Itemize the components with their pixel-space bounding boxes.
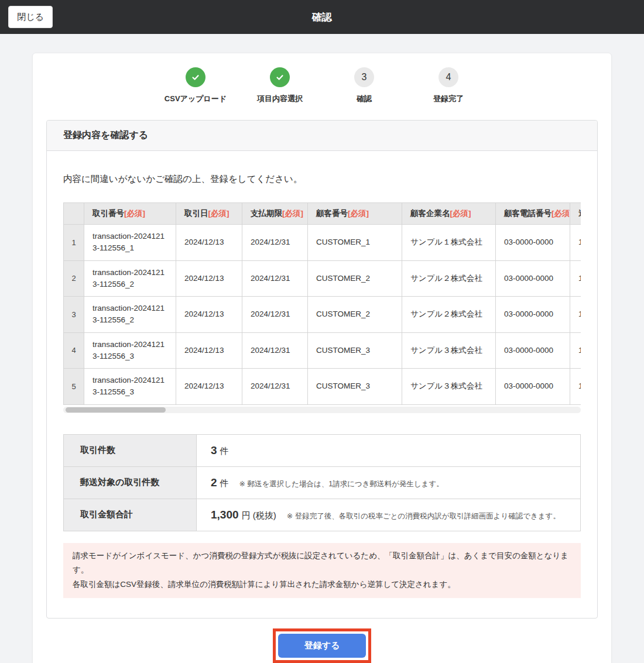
table-cell: 12 [570, 297, 581, 333]
close-button[interactable]: 閉じる [8, 6, 53, 28]
table-cell: 12 [570, 260, 581, 297]
notice-line: 各取引金額はCSV登録後、請求単位の消費税額計算により算出された請求金額から逆算… [73, 578, 571, 592]
stepper-step: 項目内容選択 [238, 67, 322, 104]
table-cell: 2024/12/31 [242, 225, 308, 261]
stepper-step: CSVアップロード [153, 67, 238, 104]
table-cell: 2024/12/13 [176, 332, 242, 369]
horizontal-scrollbar-track[interactable] [63, 407, 581, 413]
row-number-header [64, 203, 84, 225]
submit-highlight-annotation: 登録する [273, 628, 371, 663]
table-cell: 12 [570, 369, 581, 405]
table-cell: 2024/12/31 [242, 369, 308, 405]
column-header: 支払期限[必須] [242, 203, 308, 225]
transactions-table: 取引番号[必須]取引日[必須]支払期限[必須]顧客番号[必須]顧客企業名[必須]… [63, 202, 581, 405]
required-badge: [必須] [450, 209, 471, 218]
table-cell: 03-0000-0000 [496, 225, 570, 261]
step-label: CSVアップロード [165, 94, 227, 104]
invoice-mode-notice: 請求モードがインボイスモード、かつ消費税の登録方式が税抜に設定されているため、「… [63, 543, 581, 599]
table-cell: 03-0000-0000 [496, 260, 570, 297]
notice-line: 請求モードがインボイスモード、かつ消費税の登録方式が税抜に設定されているため、「… [73, 549, 571, 578]
summary-note: ※ 郵送を選択した場合は、1請求につき郵送料が発生します。 [239, 480, 444, 488]
row-number-cell: 1 [64, 225, 84, 261]
column-header: 顧客番号[必須] [308, 203, 402, 225]
required-badge: [必須] [208, 209, 229, 218]
table-cell: 2024/12/13 [176, 225, 242, 261]
table-cell: 03-0000-0000 [496, 297, 570, 333]
summary-value-cell: 1,300円 (税抜)※ 登録完了後、各取引の税率ごとの消費税内訳が取引詳細画面… [197, 499, 581, 531]
required-badge: [必須] [348, 209, 369, 218]
summary-row: 取引金額合計1,300円 (税抜)※ 登録完了後、各取引の税率ごとの消費税内訳が… [64, 499, 581, 531]
table-cell: サンプル２株式会社 [402, 260, 496, 297]
table-cell: サンプル３株式会社 [402, 369, 496, 405]
check-icon [270, 67, 290, 87]
summary-label: 郵送対象の取引件数 [64, 466, 197, 499]
register-button[interactable]: 登録する [278, 634, 366, 658]
step-label: 確認 [357, 94, 372, 104]
summary-value-cell: 2件※ 郵送を選択した場合は、1請求につき郵送料が発生します。 [197, 466, 581, 499]
horizontal-scrollbar-thumb[interactable] [66, 407, 166, 413]
row-number-cell: 4 [64, 332, 84, 369]
step-number: 4 [439, 67, 458, 87]
table-cell: CUSTOMER_3 [308, 369, 402, 405]
summary-value-cell: 3件 [197, 434, 581, 466]
row-number-cell: 3 [64, 297, 84, 333]
actions-area: 登録する 戻る [33, 628, 611, 663]
required-badge: [必須] [551, 209, 570, 218]
row-number-cell: 2 [64, 260, 84, 297]
table-cell: 2024/12/13 [176, 369, 242, 405]
check-icon [186, 67, 205, 87]
table-cell: 12 [570, 225, 581, 261]
table-cell: transaction-20241213-112556_3 [84, 369, 176, 405]
progress-stepper: CSVアップロード項目内容選択3確認4登録完了 [33, 67, 611, 104]
table-cell: 2024/12/31 [242, 332, 308, 369]
topbar: 閉じる 確認 [0, 0, 644, 34]
table-row: 4transaction-20241213-112556_32024/12/13… [64, 332, 581, 369]
table-cell: サンプル１株式会社 [402, 225, 496, 261]
panel-title: 登録内容を確認する [47, 121, 597, 151]
column-header: 取引日[必須] [176, 203, 242, 225]
table-cell: transaction-20241213-112556_1 [84, 225, 176, 261]
table-cell: 03-0000-0000 [496, 369, 570, 405]
summary-value: 1,300 [211, 509, 239, 521]
summary-note: ※ 登録完了後、各取引の税率ごとの消費税内訳が取引詳細画面より確認できます。 [287, 512, 560, 520]
table-cell: 2024/12/31 [242, 297, 308, 333]
table-cell: transaction-20241213-112556_3 [84, 332, 176, 369]
table-cell: CUSTOMER_2 [308, 260, 402, 297]
table-cell: 03-0000-0000 [496, 332, 570, 369]
table-cell: サンプル２株式会社 [402, 297, 496, 333]
step-label: 項目内容選択 [257, 94, 303, 104]
required-badge: [必須] [282, 209, 303, 218]
table-row: 2transaction-20241213-112556_22024/12/13… [64, 260, 581, 297]
table-cell: transaction-20241213-112556_2 [84, 297, 176, 333]
table-cell: CUSTOMER_2 [308, 297, 402, 333]
table-cell: CUSTOMER_1 [308, 225, 402, 261]
table-row: 3transaction-20241213-112556_22024/12/13… [64, 297, 581, 333]
table-row: 1transaction-20241213-112556_12024/12/13… [64, 225, 581, 261]
confirm-panel: 登録内容を確認する 内容に間違いがないかご確認の上、登録をしてください。 取引番… [46, 120, 598, 619]
column-header: 顧客企業名[必須] [402, 203, 496, 225]
table-cell: サンプル３株式会社 [402, 332, 496, 369]
summary-unit: 円 (税抜) [242, 510, 276, 520]
stepper-step: 4登録完了 [406, 67, 491, 104]
summary-row: 郵送対象の取引件数2件※ 郵送を選択した場合は、1請求につき郵送料が発生します。 [64, 466, 581, 499]
table-cell: transaction-20241213-112556_2 [84, 260, 176, 297]
step-number: 3 [354, 67, 374, 87]
table-cell: 2024/12/13 [176, 260, 242, 297]
table-row: 5transaction-20241213-112556_32024/12/13… [64, 369, 581, 405]
summary-unit: 件 [220, 478, 229, 488]
summary-row: 取引件数3件 [64, 434, 581, 466]
transactions-table-viewport: 取引番号[必須]取引日[必須]支払期限[必須]顧客番号[必須]顧客企業名[必須]… [63, 202, 581, 405]
summary-label: 取引件数 [64, 434, 197, 466]
summary-label: 取引金額合計 [64, 499, 197, 531]
table-cell: 2024/12/13 [176, 297, 242, 333]
required-badge: [必須] [124, 209, 145, 218]
summary-table: 取引件数3件郵送対象の取引件数2件※ 郵送を選択した場合は、1請求につき郵送料が… [63, 434, 581, 531]
table-cell: 2024/12/31 [242, 260, 308, 297]
summary-value: 2 [211, 476, 217, 489]
page-title: 確認 [0, 11, 644, 24]
table-header-row: 取引番号[必須]取引日[必須]支払期限[必須]顧客番号[必須]顧客企業名[必須]… [64, 203, 581, 225]
confirmation-card: CSVアップロード項目内容選択3確認4登録完了 登録内容を確認する 内容に間違い… [32, 53, 612, 663]
stepper-step: 3確認 [322, 67, 406, 104]
row-number-cell: 5 [64, 369, 84, 405]
table-cell: CUSTOMER_3 [308, 332, 402, 369]
